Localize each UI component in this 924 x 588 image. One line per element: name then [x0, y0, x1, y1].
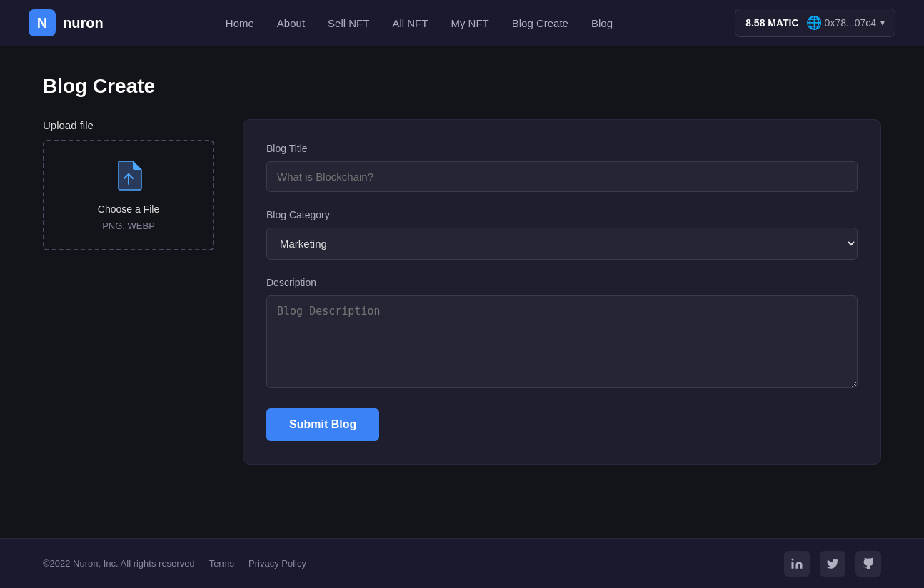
footer-left: ©2022 Nuron, Inc. All rights reserved Te…	[43, 558, 306, 569]
file-upload-icon	[114, 160, 143, 198]
blog-category-group: Blog Category Marketing Technology Finan…	[266, 209, 858, 260]
upload-choose-text: Choose a File	[98, 203, 159, 215]
upload-label: Upload file	[43, 119, 214, 131]
nav-my-nft[interactable]: My NFT	[451, 17, 488, 29]
twitter-icon[interactable]	[820, 551, 845, 577]
content-area: Upload file Choose a File PNG, WEBP Blog	[43, 119, 881, 465]
nav-links: Home About Sell NFT All NFT My NFT Blog …	[226, 17, 613, 29]
footer-privacy-link[interactable]: Privacy Policy	[248, 558, 306, 569]
globe-icon: 🌐	[806, 15, 822, 31]
nav-all-nft[interactable]: All NFT	[392, 17, 428, 29]
footer-socials	[784, 551, 881, 577]
upload-formats-text: PNG, WEBP	[102, 220, 155, 231]
wallet-address: 0x78...07c4	[825, 17, 876, 29]
upload-section: Upload file Choose a File PNG, WEBP	[43, 119, 214, 250]
submit-blog-button[interactable]: Submit Blog	[266, 408, 379, 441]
form-card: Blog Title Blog Category Marketing Techn…	[243, 119, 881, 465]
blog-title-input[interactable]	[266, 161, 858, 192]
nav-blog-create[interactable]: Blog Create	[512, 17, 568, 29]
nav-about[interactable]: About	[277, 17, 305, 29]
footer: ©2022 Nuron, Inc. All rights reserved Te…	[0, 538, 924, 588]
description-textarea[interactable]	[266, 295, 858, 388]
blog-category-select[interactable]: Marketing Technology Finance NFT Blockch…	[266, 228, 858, 260]
chevron-down-icon: ▾	[880, 18, 885, 28]
nav-blog[interactable]: Blog	[591, 17, 613, 29]
page-title: Blog Create	[43, 75, 881, 98]
svg-point-1	[792, 558, 794, 560]
wallet-button[interactable]: 8.58 MATIC 🌐 0x78...07c4 ▾	[735, 9, 895, 37]
description-group: Description	[266, 277, 858, 391]
navbar: N nuron Home About Sell NFT All NFT My N…	[0, 0, 924, 46]
nav-sell-nft[interactable]: Sell NFT	[328, 17, 369, 29]
logo-link[interactable]: N nuron	[29, 9, 104, 36]
github-icon[interactable]	[855, 551, 881, 577]
description-label: Description	[266, 277, 858, 288]
wallet-balance: 8.58 MATIC	[745, 17, 798, 29]
blog-title-label: Blog Title	[266, 143, 858, 154]
logo-icon: N	[29, 9, 56, 36]
main-content: Blog Create Upload file Choose a File PN…	[0, 46, 924, 538]
footer-terms-link[interactable]: Terms	[209, 558, 234, 569]
blog-title-group: Blog Title	[266, 143, 858, 192]
nav-home[interactable]: Home	[226, 17, 254, 29]
logo-text: nuron	[63, 15, 104, 31]
blog-category-label: Blog Category	[266, 209, 858, 220]
footer-copyright: ©2022 Nuron, Inc. All rights reserved	[43, 558, 195, 569]
upload-dropzone[interactable]: Choose a File PNG, WEBP	[43, 140, 214, 250]
linkedin-icon[interactable]	[784, 551, 810, 577]
